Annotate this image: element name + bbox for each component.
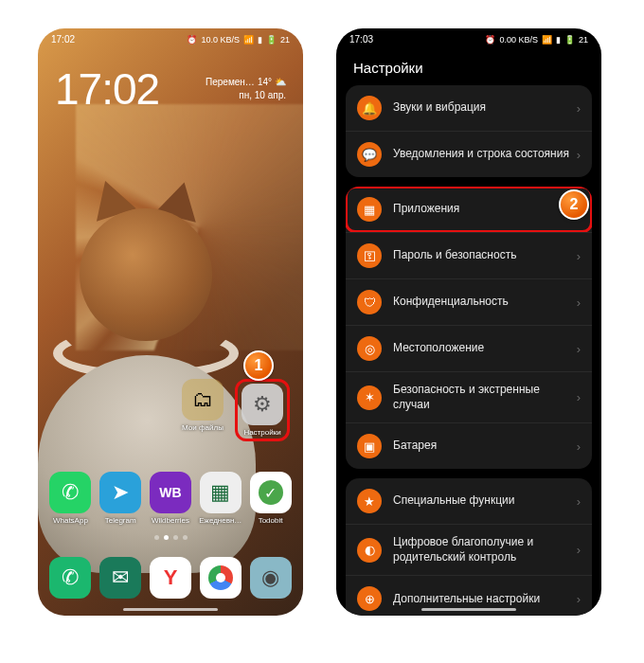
chevron-right-icon: › — [577, 148, 581, 162]
net-speed: 0.00 KB/S — [499, 35, 538, 45]
dock-phone[interactable]: ✆ — [47, 557, 93, 599]
chevron-right-icon: › — [577, 296, 581, 310]
wb-icon: WB — [150, 472, 191, 513]
app-wb[interactable]: WBWildberries — [148, 472, 193, 525]
cal-icon: ▦ — [200, 472, 242, 513]
alarm-icon: ⏰ — [485, 35, 495, 45]
callout-badge-1: 1 — [243, 350, 274, 381]
status-time: 17:03 — [349, 34, 373, 45]
location-icon: ◎ — [357, 336, 382, 361]
app-todo[interactable]: ✓Todobit — [248, 472, 294, 525]
settings-row-emergency[interactable]: ✶Безопасность и экстренные случаи› — [346, 371, 592, 422]
battery-pct: 21 — [280, 35, 290, 45]
privacy-icon: 🛡 — [357, 290, 382, 314]
wifi-icon: 📶 — [243, 35, 254, 45]
page-indicator[interactable] — [38, 535, 303, 540]
signal-icon: ▮ — [556, 35, 561, 45]
settings-row-battery[interactable]: ▣Батарея› — [346, 422, 592, 469]
app-whatsapp[interactable]: ✆WhatsApp — [47, 472, 93, 525]
more-icon: ⊕ — [357, 586, 382, 611]
folder-icon: 🗂 — [182, 379, 224, 421]
sound-icon: 🔔 — [357, 96, 382, 120]
notif-icon: 💬 — [357, 142, 382, 167]
settings-app-highlight: ⚙ Настройки — [235, 379, 290, 441]
settings-row-apps[interactable]: ▦Приложения› — [346, 187, 592, 232]
settings-row-sound[interactable]: 🔔Звуки и вибрация› — [346, 85, 592, 131]
app-settings[interactable]: ⚙ Настройки — [240, 384, 285, 437]
phone-settings-screen: 17:03 ⏰ 0.00 KB/S 📶 ▮ 🔋 21 Настройки 🔔Зв… — [336, 28, 601, 616]
weather-widget[interactable]: Перемен… 14° ⛅ пн, 10 апр. — [206, 76, 286, 102]
chevron-right-icon: › — [577, 494, 581, 509]
wifi-icon: 📶 — [542, 35, 552, 45]
signal-icon: ▮ — [258, 35, 262, 45]
home-indicator[interactable] — [123, 608, 218, 611]
page-title: Настройки — [336, 46, 601, 85]
settings-row-wellbeing[interactable]: ◐Цифровое благополучие и родительский ко… — [346, 524, 592, 575]
gear-icon: ⚙ — [242, 384, 283, 425]
phone-icon: ✆ — [49, 557, 91, 599]
home-app-row: ✆WhatsApp➤TelegramWBWildberries▦Ежедневн… — [38, 472, 303, 525]
chevron-right-icon: › — [577, 543, 581, 557]
settings-row-security[interactable]: ⚿Пароль и безопасность› — [346, 232, 592, 278]
telegram-icon: ➤ — [99, 472, 141, 513]
todo-icon: ✓ — [250, 472, 292, 513]
dock-cam[interactable]: ◉ — [248, 557, 294, 599]
chevron-right-icon: › — [577, 390, 581, 404]
yandex-icon: Y — [150, 557, 191, 599]
home-indicator[interactable] — [421, 608, 516, 611]
battery-pct: 21 — [579, 35, 588, 45]
dock-msg[interactable]: ✉ — [98, 557, 143, 599]
chevron-right-icon: › — [577, 342, 581, 356]
battery-icon: ▣ — [357, 434, 382, 458]
status-bar: 17:03 ⏰ 0.00 KB/S 📶 ▮ 🔋 21 — [336, 28, 601, 46]
settings-row-special[interactable]: ★Специальные функции› — [346, 478, 592, 524]
dock-chrome[interactable] — [198, 557, 243, 599]
chevron-right-icon: › — [577, 439, 581, 454]
wellbeing-icon: ◐ — [357, 538, 382, 563]
net-speed: 10.0 KB/S — [201, 35, 240, 45]
weather-icon: ⛅ — [275, 76, 286, 89]
apps-icon: ▦ — [357, 197, 382, 222]
special-icon: ★ — [357, 489, 382, 513]
chevron-right-icon: › — [577, 101, 581, 116]
app-telegram[interactable]: ➤Telegram — [98, 472, 143, 525]
settings-group-3: ★Специальные функции›◐Цифровое благополу… — [346, 478, 592, 616]
weather-temp: 14° — [258, 76, 272, 89]
settings-group-2: ▦Приложения›⚿Пароль и безопасность›🛡Конф… — [346, 187, 592, 469]
chevron-right-icon: › — [577, 249, 581, 263]
status-bar: 17:02 ⏰ 10.0 KB/S 📶 ▮ 🔋 21 — [38, 28, 303, 46]
alarm-icon: ⏰ — [187, 35, 197, 45]
settings-row-notif[interactable]: 💬Уведомления и строка состояния› — [346, 131, 592, 177]
battery-icon: 🔋 — [564, 35, 575, 45]
chevron-right-icon: › — [577, 592, 581, 606]
msg-icon: ✉ — [99, 557, 141, 599]
app-cal[interactable]: ▦Ежедневн… — [198, 472, 243, 525]
settings-row-location[interactable]: ◎Местоположение› — [346, 325, 592, 371]
security-icon: ⚿ — [357, 243, 382, 268]
weather-cond: Перемен… — [206, 76, 255, 89]
dock-yandex[interactable]: Y — [148, 557, 193, 599]
weather-date: пн, 10 апр. — [206, 89, 286, 102]
dock: ✆✉Y◉ — [38, 557, 303, 599]
whatsapp-icon: ✆ — [49, 472, 91, 513]
chrome-icon — [200, 557, 242, 599]
folder-my-files[interactable]: 🗂 Мои файлы — [180, 379, 225, 441]
emergency-icon: ✶ — [357, 385, 382, 410]
callout-badge-2: 2 — [559, 189, 589, 220]
status-time: 17:02 — [51, 34, 75, 45]
settings-group-1: 🔔Звуки и вибрация›💬Уведомления и строка … — [346, 85, 592, 177]
phone-home-screen: 17:02 ⏰ 10.0 KB/S 📶 ▮ 🔋 21 17:02 Перемен… — [38, 28, 303, 616]
settings-row-privacy[interactable]: 🛡Конфиденциальность› — [346, 278, 592, 325]
battery-icon: 🔋 — [266, 35, 277, 45]
cam-icon: ◉ — [250, 557, 292, 599]
